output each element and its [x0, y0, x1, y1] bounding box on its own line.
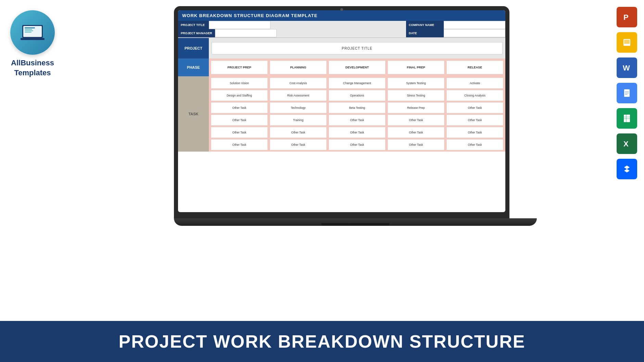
phase-row: PHASE PROJECT PREP PLANNING DEVELOPMENT … — [178, 59, 505, 76]
phase-project-prep[interactable]: PROJECT PREP — [211, 61, 268, 74]
laptop-base — [174, 218, 537, 226]
project-row: PROJECT PROJECT TITLE — [178, 38, 505, 59]
logo-icon — [19, 19, 46, 46]
info-rows: PROJECT TITLE COMPANY NAME PROJECT MANAG… — [178, 21, 505, 38]
task-beta-testing[interactable]: Beta Testing — [329, 102, 386, 113]
bottom-banner-text: PROJECT WORK BREAKDOWN STRUCTURE — [119, 331, 526, 352]
task-other-5-4[interactable]: Other Task — [388, 127, 444, 138]
task-row-5: Other Task Other Task Other Task Other T… — [211, 127, 503, 138]
task-closing-analysis[interactable]: Closing Analysis — [446, 90, 503, 101]
brand-name: AllBusiness Templates — [11, 58, 54, 78]
task-row-3: Other Task Technology Beta Testing Relea… — [211, 102, 503, 113]
laptop-container: WORK BREAKDOWN STRUCTURE DIAGRAM TEMPLAT… — [74, 6, 610, 318]
task-other-5-2[interactable]: Other Task — [270, 127, 327, 138]
task-section: TASK Solution Vision Cost Analysis Chang… — [178, 76, 505, 152]
task-other-4-1[interactable]: Other Task — [211, 115, 268, 126]
laptop-camera — [340, 8, 343, 11]
wbs-title: WORK BREAKDOWN STRUCTURE DIAGRAM TEMPLAT… — [182, 13, 317, 18]
task-row-2: Design and Staffing Risk Assessment Oper… — [211, 90, 503, 101]
project-manager-value[interactable] — [215, 29, 277, 37]
phase-release[interactable]: RELEASE — [446, 61, 503, 74]
laptop-body: WORK BREAKDOWN STRUCTURE DIAGRAM TEMPLAT… — [174, 6, 509, 218]
task-other-4-5[interactable]: Other Task — [446, 115, 503, 126]
google-docs-icon[interactable] — [617, 83, 637, 103]
task-other-6-5[interactable]: Other Task — [446, 139, 503, 150]
google-slides-icon[interactable] — [617, 32, 637, 53]
task-row-1: Solution Vision Cost Analysis Change Man… — [211, 78, 503, 89]
task-training[interactable]: Training — [270, 115, 327, 126]
task-operations[interactable]: Operations — [329, 90, 386, 101]
project-title-box[interactable]: PROJECT TITLE — [212, 42, 503, 54]
google-sheets-icon[interactable] — [617, 108, 637, 129]
phase-label: PHASE — [178, 59, 209, 76]
svg-rect-3 — [25, 29, 32, 30]
date-label: DATE — [406, 29, 444, 37]
dropbox-icon[interactable] — [617, 159, 637, 179]
task-row-4: Other Task Training Other Task Other Tas… — [211, 115, 503, 126]
task-change-management[interactable]: Change Management — [329, 78, 386, 89]
task-other-4-3[interactable]: Other Task — [329, 115, 386, 126]
project-title-label: PROJECT TITLE — [178, 21, 209, 29]
svg-rect-20 — [624, 115, 630, 122]
excel-icon[interactable]: X — [617, 133, 637, 154]
task-grid: Solution Vision Cost Analysis Change Man… — [209, 76, 505, 152]
logo-area: AllBusiness Templates — [10, 10, 55, 78]
company-name-label: COMPANY NAME — [406, 21, 444, 29]
phase-final-prep[interactable]: FINAL PREP — [388, 61, 444, 74]
task-other-3-1[interactable]: Other Task — [211, 102, 268, 113]
project-manager-label: PROJECT MANAGER — [178, 29, 215, 37]
task-other-6-3[interactable]: Other Task — [329, 139, 386, 150]
task-label: TASK — [178, 76, 209, 152]
task-design-staffing[interactable]: Design and Staffing — [211, 90, 268, 101]
task-stress-testing[interactable]: Stress Testing — [388, 90, 444, 101]
word-icon[interactable]: W — [617, 57, 637, 78]
svg-rect-5 — [25, 32, 31, 33]
task-other-6-4[interactable]: Other Task — [388, 139, 444, 150]
task-other-5-3[interactable]: Other Task — [329, 127, 386, 138]
svg-rect-17 — [625, 93, 629, 93]
company-name-value[interactable] — [444, 21, 505, 29]
task-cost-analysis[interactable]: Cost Analysis — [270, 78, 327, 89]
project-title-value[interactable] — [209, 21, 270, 29]
task-other-3-5[interactable]: Other Task — [446, 102, 503, 113]
svg-rect-18 — [625, 94, 628, 95]
svg-text:W: W — [623, 64, 630, 72]
task-other-5-1[interactable]: Other Task — [211, 127, 268, 138]
info-row-1: PROJECT TITLE COMPANY NAME — [178, 21, 505, 29]
task-risk-assessment[interactable]: Risk Assessment — [270, 90, 327, 101]
task-other-6-2[interactable]: Other Task — [270, 139, 327, 150]
task-row-6: Other Task Other Task Other Task Other T… — [211, 139, 503, 150]
info-row-2: PROJECT MANAGER DATE — [178, 29, 505, 37]
svg-rect-6 — [21, 38, 45, 40]
phase-development[interactable]: DEVELOPMENT — [329, 61, 386, 74]
powerpoint-icon[interactable]: P — [617, 7, 637, 27]
laptop-screen-area: WORK BREAKDOWN STRUCTURE DIAGRAM TEMPLAT… — [174, 6, 509, 239]
task-other-5-5[interactable]: Other Task — [446, 127, 503, 138]
bottom-banner: PROJECT WORK BREAKDOWN STRUCTURE — [0, 321, 644, 362]
logo-circle — [10, 10, 55, 55]
wbs-content: WORK BREAKDOWN STRUCTURE DIAGRAM TEMPLAT… — [178, 10, 505, 212]
task-solution-vision[interactable]: Solution Vision — [211, 78, 268, 89]
svg-rect-11 — [624, 40, 630, 44]
task-system-testing[interactable]: System Testing — [388, 78, 444, 89]
right-app-icons: P W X — [617, 7, 637, 179]
svg-rect-2 — [25, 27, 35, 28]
task-release-prep[interactable]: Release Prep — [388, 102, 444, 113]
svg-rect-4 — [25, 30, 33, 31]
project-label: PROJECT — [178, 38, 209, 59]
svg-text:P: P — [623, 13, 629, 22]
phase-planning[interactable]: PLANNING — [270, 61, 327, 74]
wbs-header: WORK BREAKDOWN STRUCTURE DIAGRAM TEMPLAT… — [178, 10, 505, 21]
task-activate[interactable]: Activate — [446, 78, 503, 89]
task-technology[interactable]: Technology — [270, 102, 327, 113]
laptop-screen: WORK BREAKDOWN STRUCTURE DIAGRAM TEMPLAT… — [178, 10, 505, 212]
svg-text:X: X — [623, 140, 629, 148]
date-value[interactable] — [444, 29, 505, 37]
svg-rect-16 — [625, 91, 629, 92]
task-other-4-4[interactable]: Other Task — [388, 115, 444, 126]
phases-container: PROJECT PREP PLANNING DEVELOPMENT FINAL … — [209, 59, 505, 76]
task-other-6-1[interactable]: Other Task — [211, 139, 268, 150]
